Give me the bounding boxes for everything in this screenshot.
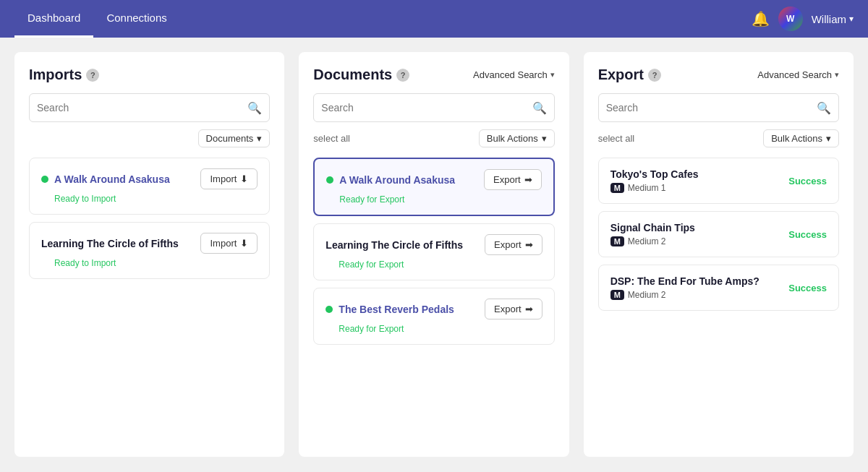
- imports-search-bar: 🔍: [29, 93, 270, 122]
- notification-bell-icon[interactable]: 🔔: [752, 10, 770, 27]
- import-card-1-status: Ready to Import: [41, 194, 258, 204]
- export-bulk-actions-button[interactable]: Bulk Actions ▾: [763, 129, 839, 147]
- export-header-right: Advanced Search ▾: [757, 69, 839, 80]
- chevron-down-icon: ▾: [849, 14, 854, 24]
- import-card-1-button[interactable]: Import ⬇: [200, 168, 258, 189]
- doc-card-3-export-button[interactable]: Export ➡: [485, 299, 542, 319]
- user-menu[interactable]: William ▾: [812, 13, 854, 25]
- doc-card-3-title-row: The Best Reverb Pedals: [326, 304, 454, 315]
- documents-help-icon[interactable]: ?: [396, 69, 409, 82]
- export-search-input[interactable]: [606, 102, 817, 113]
- doc-card-1-export-icon: ➡: [524, 174, 532, 185]
- imports-filter-row: Documents ▾: [29, 129, 270, 147]
- export-card-2-badge-row: M Medium 2: [610, 236, 695, 246]
- export-panel: Export ? Advanced Search ▾ 🔍 select all …: [584, 52, 854, 457]
- documents-search-bar: 🔍: [313, 93, 554, 122]
- export-card-3: DSP: The End For Tube Amps? M Medium 2 S…: [598, 265, 839, 311]
- import-card-1-dot: [41, 176, 48, 183]
- import-card-2-button-label: Import: [210, 238, 237, 249]
- doc-card-1: A Walk Around Asakusa Export ➡ Ready for…: [313, 158, 554, 216]
- import-card-2-title: Learning The Circle of Fifths: [41, 238, 179, 249]
- imports-search-button[interactable]: 🔍: [247, 101, 262, 115]
- import-card-1-title-row: A Walk Around Asakusa: [41, 173, 170, 185]
- doc-card-2-export-label: Export: [494, 239, 522, 250]
- imports-panel: Imports ? 🔍 Documents ▾ A Walk Around As…: [14, 52, 284, 457]
- imports-filter-button[interactable]: Documents ▾: [198, 129, 271, 147]
- import-card-1-row: A Walk Around Asakusa Import ⬇: [41, 168, 258, 189]
- doc-card-3-title: The Best Reverb Pedals: [339, 304, 454, 315]
- export-card-3-status: Success: [788, 283, 827, 293]
- export-advanced-search-button[interactable]: Advanced Search ▾: [757, 69, 839, 80]
- export-card-1: Tokyo's Top Cafes M Medium 1 Success: [598, 158, 839, 204]
- export-card-2-title: Signal Chain Tips: [610, 222, 695, 233]
- documents-panel: Documents ? Advanced Search ▾ 🔍 select a…: [299, 52, 569, 457]
- export-card-2-status: Success: [788, 229, 827, 240]
- documents-bulk-actions-label: Bulk Actions: [487, 133, 538, 144]
- export-card-3-left: DSP: The End For Tube Amps? M Medium 2: [610, 275, 760, 300]
- doc-card-3-dot: [326, 306, 333, 313]
- username-label: William: [812, 13, 846, 25]
- doc-card-1-title: A Walk Around Asakusa: [339, 174, 455, 186]
- nav-dashboard[interactable]: Dashboard: [14, 0, 93, 38]
- avatar[interactable]: W: [778, 7, 803, 31]
- export-card-1-medium-label: Medium 1: [628, 183, 666, 193]
- documents-title: Documents: [313, 66, 392, 83]
- export-card-2-medium-label: Medium 2: [628, 236, 666, 246]
- export-search-button[interactable]: 🔍: [817, 101, 831, 115]
- import-card-1-button-label: Import: [210, 173, 237, 184]
- documents-bulk-actions-chevron-icon: ▾: [542, 133, 547, 144]
- doc-card-3: The Best Reverb Pedals Export ➡ Ready fo…: [313, 288, 554, 345]
- documents-advanced-search-button[interactable]: Advanced Search ▾: [473, 69, 555, 80]
- doc-card-1-title-row: A Walk Around Asakusa: [326, 174, 455, 186]
- export-filter-row: select all Bulk Actions ▾: [598, 129, 839, 147]
- export-card-1-status: Success: [788, 176, 827, 186]
- doc-card-2-title: Learning The Circle of Fifths: [326, 239, 463, 251]
- export-select-all[interactable]: select all: [598, 133, 635, 144]
- export-card-2-left: Signal Chain Tips M Medium 2: [610, 222, 695, 246]
- documents-header-right: Advanced Search ▾: [473, 69, 555, 80]
- main-content: Imports ? 🔍 Documents ▾ A Walk Around As…: [0, 38, 868, 471]
- documents-panel-header: Documents ? Advanced Search ▾: [313, 66, 554, 83]
- nav-connections[interactable]: Connections: [93, 0, 179, 38]
- import-card-1: A Walk Around Asakusa Import ⬇ Ready to …: [29, 158, 270, 215]
- doc-card-3-row: The Best Reverb Pedals Export ➡: [326, 299, 542, 319]
- documents-advanced-search-label: Advanced Search: [473, 69, 548, 80]
- export-title: Export: [598, 66, 644, 83]
- documents-advanced-search-chevron-icon: ▾: [550, 70, 555, 80]
- import-card-2-row: Learning The Circle of Fifths Import ⬇: [41, 233, 258, 254]
- import-card-1-title: A Walk Around Asakusa: [54, 173, 170, 185]
- doc-card-2-export-button[interactable]: Export ➡: [485, 234, 542, 255]
- export-card-2: Signal Chain Tips M Medium 2 Success: [598, 211, 839, 257]
- documents-select-all[interactable]: select all: [313, 133, 350, 144]
- export-advanced-search-chevron-icon: ▾: [835, 70, 839, 80]
- export-card-1-m-badge: M: [610, 183, 624, 193]
- doc-card-2: Learning The Circle of Fifths Export ➡ R…: [313, 223, 554, 280]
- import-card-2-button-icon: ⬇: [240, 238, 248, 249]
- nav-right: 🔔 W William ▾: [752, 7, 854, 31]
- documents-bulk-actions-button[interactable]: Bulk Actions ▾: [479, 129, 555, 147]
- doc-card-2-export-icon: ➡: [525, 239, 533, 250]
- export-card-3-title: DSP: The End For Tube Amps?: [610, 275, 760, 287]
- documents-search-input[interactable]: [321, 102, 532, 113]
- imports-help-icon[interactable]: ?: [86, 69, 99, 82]
- doc-card-1-row: A Walk Around Asakusa Export ➡: [326, 169, 541, 190]
- export-bulk-actions-label: Bulk Actions: [771, 133, 822, 144]
- export-card-3-m-badge: M: [610, 290, 624, 300]
- documents-search-button[interactable]: 🔍: [532, 101, 547, 115]
- export-help-icon[interactable]: ?: [648, 69, 661, 82]
- export-card-3-medium-label: Medium 2: [628, 290, 666, 300]
- import-card-2-button[interactable]: Import ⬇: [200, 233, 258, 254]
- doc-card-1-export-label: Export: [493, 174, 521, 185]
- import-card-2-status: Ready to Import: [41, 258, 258, 268]
- documents-filter-row: select all Bulk Actions ▾: [313, 129, 554, 147]
- imports-search-input[interactable]: [37, 102, 247, 113]
- doc-card-1-dot: [326, 176, 333, 184]
- navbar: Dashboard Connections 🔔 W William ▾: [0, 0, 868, 38]
- doc-card-3-export-icon: ➡: [525, 304, 533, 314]
- export-card-1-title: Tokyo's Top Cafes: [610, 168, 699, 180]
- doc-card-1-export-button[interactable]: Export ➡: [484, 169, 542, 190]
- export-card-1-left: Tokyo's Top Cafes M Medium 1: [610, 168, 699, 193]
- doc-card-3-status: Ready for Export: [326, 324, 542, 334]
- doc-card-3-export-label: Export: [494, 304, 522, 314]
- export-card-2-m-badge: M: [610, 236, 624, 246]
